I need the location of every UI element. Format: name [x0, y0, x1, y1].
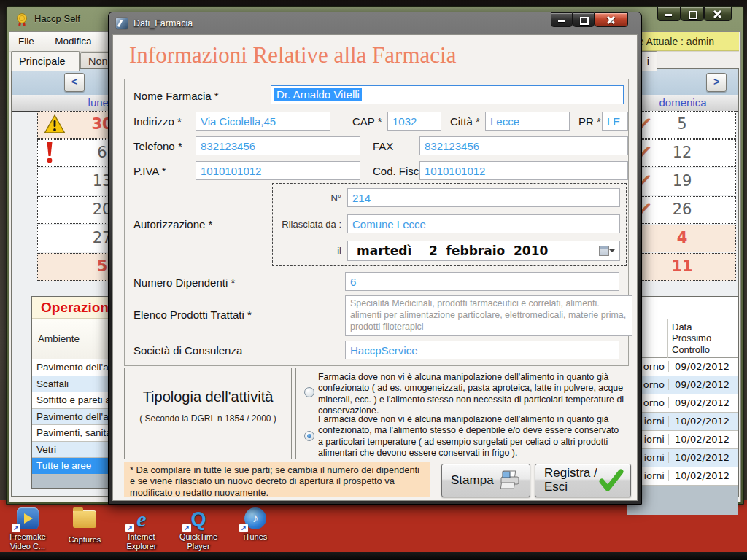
citta-label: Città * — [450, 115, 480, 128]
tipologia-title: Tipologia dell'attività — [125, 389, 291, 405]
radio-option-1[interactable] — [304, 387, 314, 397]
option-1-text: Farmacia dove non vi è alcuna manipolazi… — [318, 372, 624, 416]
menu-file[interactable]: File — [9, 32, 43, 47]
elenco-prodotti-textarea[interactable]: Specialità Medicinali, prodotti farmaceu… — [345, 295, 632, 336]
day-header-sunday: domenica — [632, 96, 734, 109]
warning-icon — [44, 114, 66, 134]
desktop-icon-quicktime[interactable]: Q ↗ QuickTime Player — [171, 508, 226, 553]
desktop-icon-label: Freemake Video C... — [0, 532, 55, 551]
confirm-check-icon — [598, 469, 624, 492]
day-number: 11 — [629, 257, 735, 275]
tipologia-options-box: Farmacia dove non vi è alcuna manipolazi… — [295, 368, 630, 459]
desktop-icon-label: Internet Explorer — [114, 532, 169, 551]
quicktime-icon: Q — [190, 508, 206, 531]
day-cell[interactable]: 4 — [628, 225, 736, 252]
numero-label: N° — [276, 192, 341, 203]
desktop-icon-label: QuickTime Player — [171, 532, 226, 551]
societa-consulenza-input[interactable] — [345, 341, 619, 359]
day-number: 19 — [629, 172, 735, 190]
tipologia-subtitle: ( Secondo la DGRL n 1854 / 2000 ) — [125, 413, 291, 424]
pr-input[interactable] — [602, 112, 628, 131]
indirizzo-input[interactable] — [196, 112, 330, 131]
cap-input[interactable] — [387, 112, 441, 131]
dialog-form-icon — [116, 18, 128, 29]
indirizzo-label: Indirizzo * — [133, 115, 182, 128]
minimize-button[interactable] — [657, 7, 681, 21]
data-prossimo-controllo-header: Data Prossimo Controllo — [672, 322, 711, 355]
il-label: il — [276, 245, 341, 256]
close-button[interactable] — [704, 7, 732, 21]
taskbar[interactable] — [0, 552, 747, 560]
codfisc-label: Cod. Fisc. — [373, 165, 422, 177]
autorizzazione-numero-input[interactable] — [347, 188, 620, 207]
nome-farmacia-label: Nome Farmacia * — [133, 90, 219, 102]
rilasciata-da-label: Rilasciata da : — [276, 219, 341, 230]
tab-principale[interactable]: Principale — [11, 51, 80, 71]
schedule-header[interactable]: Data Prossimo Controllo — [627, 319, 738, 358]
form-heading: Informazioni Relative alla Farmacia — [129, 42, 456, 69]
pharmacy-form-groupbox: Nome Farmacia * Dr. Arnaldo Vitelli Indi… — [124, 79, 629, 366]
maximize-button[interactable] — [681, 7, 704, 21]
stampa-button[interactable]: Stampa — [441, 464, 530, 497]
schedule-row[interactable]: orno 09/02/2012 — [627, 358, 738, 376]
nome-farmacia-input[interactable]: Dr. Arnaldo Vitelli — [271, 85, 624, 104]
schedule-row[interactable]: orno 09/02/2012 — [627, 376, 738, 394]
piva-input[interactable] — [196, 161, 360, 180]
next-check-date: 10/02/2012 — [668, 416, 732, 427]
tipologia-titlebox: Tipologia dell'attività ( Secondo la DGR… — [124, 368, 292, 459]
desktop-icon-itunes[interactable]: ♪ ↗ iTunes — [228, 508, 283, 553]
menu-modifica[interactable]: Modifica — [46, 32, 100, 47]
day-cell[interactable]: ✓ 26 — [628, 196, 736, 224]
radio-option-2-selected[interactable] — [304, 431, 314, 441]
next-check-date: 10/02/2012 — [668, 434, 732, 445]
shortcut-arrow-icon: ↗ — [12, 524, 20, 532]
autorizzazione-label: Autorizzazione * — [133, 218, 212, 230]
citta-input[interactable] — [485, 112, 570, 131]
telefono-input[interactable] — [196, 136, 360, 155]
day-cell[interactable]: ✓ 19 — [628, 168, 736, 195]
dati-farmacia-dialog: Dati_Farmacia Informazioni Relative alla… — [108, 12, 642, 505]
next-check-date: 09/02/2012 — [668, 397, 732, 408]
schedule-row[interactable]: iorni 10/02/2012 — [627, 431, 738, 449]
shortcut-arrow-icon: ↗ — [239, 524, 248, 532]
day-cell[interactable]: 11 — [628, 253, 736, 281]
schedule-row[interactable]: iorni 10/02/2012 — [627, 467, 738, 486]
codfisc-input[interactable] — [419, 161, 628, 180]
schedule-row[interactable]: iorni 10/02/2012 — [627, 413, 738, 431]
schedule-row[interactable]: orno 09/02/2012 — [627, 394, 738, 413]
shortcut-arrow-icon: ↗ — [182, 524, 191, 532]
dialog-titlebar[interactable]: Dati_Farmacia — [109, 12, 641, 34]
elenco-prodotti-label: Elenco Prodotti Trattati * — [133, 308, 252, 321]
schedule-row[interactable]: iorni 10/02/2012 — [627, 449, 738, 467]
pr-label: PR * — [578, 115, 601, 128]
desktop: { "icons": { "check": "✓", "nav_prev": "… — [0, 0, 747, 560]
alert-exclamation-icon — [44, 142, 55, 164]
desktop-icon-freemake[interactable]: ↗ Freemake Video C... — [0, 508, 55, 553]
dialog-title: Dati_Farmacia — [133, 18, 193, 28]
telefono-label: Telefono * — [133, 140, 182, 152]
next-week-button[interactable]: > — [706, 73, 727, 92]
dialog-close-button[interactable] — [595, 12, 628, 27]
schedule-panel: Data Prossimo Controllo orno 09/02/2012 … — [626, 296, 739, 489]
numero-dipendenti-input[interactable] — [345, 272, 619, 291]
dialog-maximize-button[interactable] — [573, 12, 595, 27]
registra-esci-button[interactable]: Registra / Esci — [535, 464, 631, 497]
fax-input[interactable] — [419, 136, 628, 155]
printer-icon — [499, 470, 524, 491]
day-number: 26 — [629, 201, 735, 218]
haccp-app-icon — [15, 13, 28, 26]
dialog-body: Informazioni Relative alla Farmacia Nome… — [112, 34, 638, 501]
data-autorizzazione-datepicker[interactable]: martedì 2 febbraio 2010 — [347, 241, 620, 261]
desktop-icon-captures[interactable]: Captures — [57, 508, 112, 553]
next-check-date: 09/02/2012 — [668, 361, 732, 372]
folder-icon — [73, 510, 96, 528]
prev-week-button[interactable]: < — [64, 73, 85, 92]
desktop-icon-internet-explorer[interactable]: e ↗ Internet Explorer — [114, 508, 169, 553]
next-check-date: 09/02/2012 — [668, 379, 732, 390]
day-cell[interactable]: ✓ 12 — [628, 139, 736, 167]
calendar-dropdown-icon[interactable] — [599, 246, 615, 256]
day-number: 5 — [629, 115, 735, 133]
day-cell[interactable]: ✓ 5 — [628, 111, 736, 139]
dialog-minimize-button[interactable] — [551, 12, 573, 27]
rilasciata-da-input[interactable] — [347, 214, 620, 233]
